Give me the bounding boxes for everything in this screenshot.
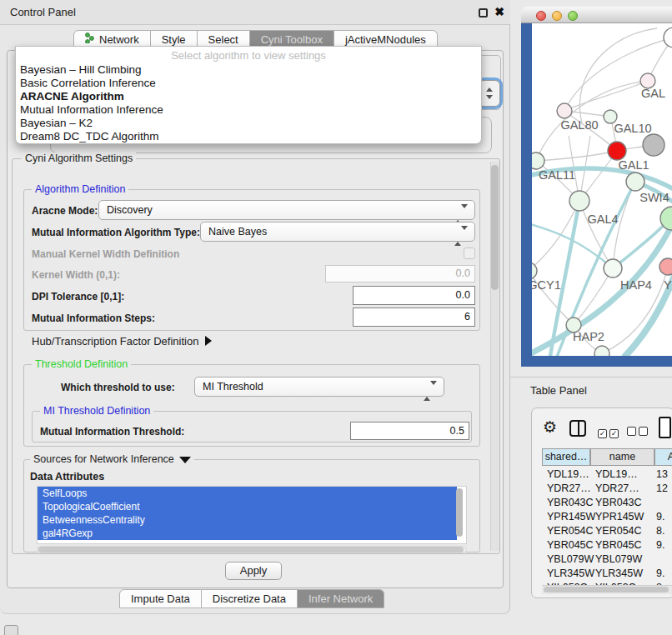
dropdown-item[interactable]: ARACNE Algorithm [16,90,481,103]
network-node[interactable] [594,346,609,356]
dpi-tolerance-field[interactable]: 0.0 [353,286,475,305]
algorithm-dropdown-prompt: Select algorithm to view settings [16,47,481,63]
attribute-list-item[interactable]: SelfLoops [38,487,457,500]
table-cell[interactable]: YBR045C [595,539,642,551]
zoom-traffic-light-icon[interactable] [568,11,578,21]
algorithm-dropdown-popup: Select algorithm to view settings Bayesi… [15,46,482,144]
threshold-definition-title: Threshold Definition [32,358,131,370]
table-cell[interactable]: YBR043C [595,497,642,508]
table-cell[interactable]: 9. [656,539,664,551]
network-node[interactable] [664,28,672,48]
table-cell[interactable]: YER054C [547,525,594,537]
node-label: Y [664,278,672,292]
mi-threshold-group-title: MI Threshold Definition [40,405,153,417]
apply-button[interactable]: Apply [225,562,282,580]
spinner-up-icon [486,88,493,92]
aracne-mode-combo[interactable]: Discovery [98,200,475,220]
mi-type-combo[interactable]: Naive Bayes [200,222,475,242]
table-cell[interactable]: YLR345W [595,568,643,579]
hub-definition-expander[interactable]: Hub/Transcription Factor Definition [32,335,212,348]
hide-columns-icon[interactable] [627,424,650,439]
tab-label: Infer Network [308,590,373,608]
dropdown-item[interactable]: Dream8 DC_TDC Algorithm [16,130,481,143]
tab-impute-data[interactable]: Impute Data [119,589,202,608]
dropdown-item[interactable]: Basic Correlation Inference [16,77,481,90]
show-columns-icon[interactable]: ✓✓ [598,424,621,439]
kernel-width-field[interactable]: 0.0 [325,265,475,282]
attribute-list-item[interactable]: BetweennessCentrality [38,513,457,527]
which-threshold-combo[interactable]: MI Threshold [194,377,444,397]
table-cell[interactable]: YLR345W [547,568,594,579]
mi-threshold-field[interactable]: 0.5 [350,422,469,440]
table-cell[interactable]: YBL079W [595,553,642,565]
minimized-panel-icon[interactable] [4,625,18,635]
table-hscrollbar-thumb[interactable] [544,587,669,592]
table-header-name[interactable]: name [590,448,654,466]
network-node-gcy1[interactable] [532,262,537,279]
table-cell[interactable]: YBL079W [547,553,594,565]
table-cell[interactable]: YER054C [595,525,642,537]
sources-group-title[interactable]: Sources for Network Inference [30,453,194,465]
float-window-icon[interactable] [479,8,488,18]
cyni-bottom-tabbar: Impute DataDiscretize DataInfer Network [119,589,384,608]
table-cell[interactable]: YBR045C [547,539,594,551]
table-cell[interactable]: YDR27… [547,482,591,494]
network-node-swi4[interactable] [626,172,644,191]
unchecked-box-icon [627,427,636,436]
attribute-list-item[interactable]: gal4RGexp [38,527,457,540]
table-cell[interactable]: YDL19… [547,468,589,480]
minimize-traffic-light-icon[interactable] [552,11,562,21]
hub-definition-label: Hub/Transcription Factor Definition [32,335,198,348]
attribute-list-item[interactable]: TopologicalCoefficient [38,500,457,513]
mi-steps-field[interactable]: 6 [353,308,475,327]
attributes-vscrollbar-thumb[interactable] [456,488,463,537]
close-traffic-light-icon[interactable] [536,11,546,21]
table-cell[interactable]: 13 [656,468,668,480]
settings-scrollbar-thumb[interactable] [491,165,499,290]
tab-discretize-data[interactable]: Discretize Data [202,589,298,608]
attributes-hscrollbar-thumb[interactable] [38,547,464,552]
node-label: GCY1 [532,278,561,292]
table-cell[interactable]: 9. [656,568,664,579]
node-label: GAL80 [560,118,598,132]
tab-infer-network[interactable]: Infer Network [298,589,384,608]
table-cell[interactable]: YDL19… [595,468,638,480]
dpi-tolerance-label: DPI Tolerance [0,1]: [32,291,124,302]
network-node-gal80[interactable] [557,103,572,118]
table-header-A[interactable]: A [654,448,672,466]
new-table-icon[interactable] [659,417,671,438]
manual-kernel-checkbox[interactable] [464,248,475,259]
table-panel-title: Table Panel [530,384,587,397]
sources-title-text: Sources for Network Inference [33,453,174,465]
table-cell[interactable]: 9. [656,511,664,522]
network-node-gal11[interactable] [532,152,544,169]
network-node-y[interactable] [659,258,672,275]
table-cell[interactable]: YDR27… [595,482,639,494]
table-cell[interactable]: 8. [656,525,664,537]
aracne-mode-label: Aracne Mode: [32,205,98,217]
table-cell[interactable]: 12 [656,482,668,494]
column-view-icon[interactable] [569,420,586,437]
data-attributes-list[interactable]: SelfLoopsTopologicalCoefficientBetweenne… [37,486,467,544]
table-cell[interactable]: YPR145W [595,511,644,522]
manual-kernel-label: Manual Kernel Width Definition [32,248,179,260]
kernel-width-label: Kernel Width (0,1): [32,269,120,281]
network-node[interactable] [643,134,664,156]
network-canvas[interactable]: GALGAL80GAL10GAL1GAL11SWI4GAL4GCY1HAP4YH… [532,23,672,356]
table-cell[interactable]: YPR145W [547,511,595,522]
gear-icon[interactable]: ⚙ [543,418,557,437]
network-window-frame [521,23,532,356]
settings-group-title: Cyni Algorithm Settings [22,152,136,164]
node-label: HAP4 [620,278,652,292]
network-node-gal4[interactable] [569,191,589,211]
dropdown-item[interactable]: Bayesian – Hill Climbing [16,63,481,77]
network-node-gal1[interactable] [608,142,626,160]
mi-type-value: Naive Bayes [208,226,267,238]
table-header-shared…[interactable]: shared… [542,448,590,466]
close-icon[interactable]: ✖ [494,5,504,18]
network-node-hap4[interactable] [604,259,622,278]
dropdown-item[interactable]: Bayesian – K2 [16,117,481,130]
dropdown-item[interactable]: Mutual Information Inference [16,103,481,117]
table-cell[interactable]: YBR043C [547,497,594,508]
checked-box-icon: ✓ [598,429,607,438]
